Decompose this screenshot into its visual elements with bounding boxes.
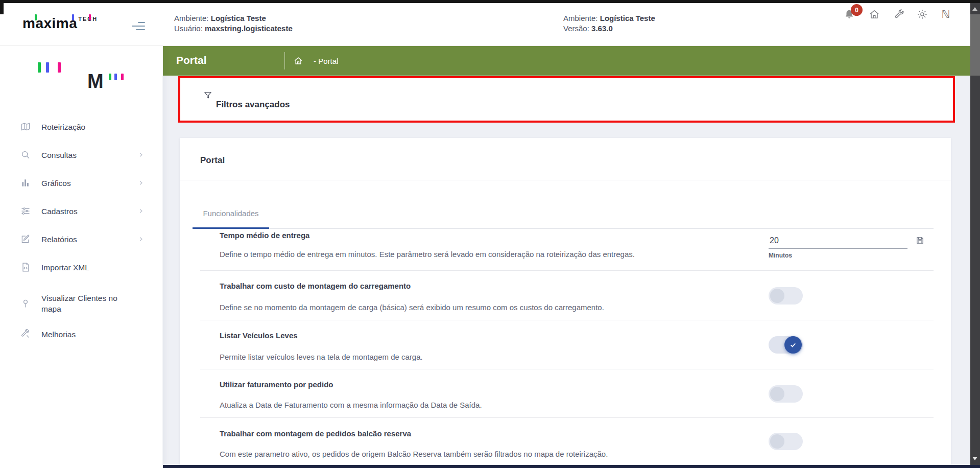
setting-description: Define o tempo médio de entrega em minut… bbox=[220, 250, 635, 259]
toggle-listar-veiculos[interactable] bbox=[769, 336, 803, 354]
advanced-filters-panel[interactable]: Filtros avançados bbox=[178, 76, 955, 123]
ambiente-label: Ambiente: bbox=[174, 14, 209, 22]
setting-description: Com este parametro ativo, os pedidos de … bbox=[220, 450, 608, 458]
tab-funcionalidades[interactable]: Funcionalidades bbox=[193, 199, 269, 229]
sidebar-logo-m: M bbox=[87, 73, 144, 92]
chevron-right-icon bbox=[138, 180, 144, 186]
check-icon bbox=[789, 341, 797, 349]
breadcrumb: - Portal bbox=[314, 57, 338, 65]
tools-icon bbox=[20, 329, 31, 339]
sidebar-item-relatorios[interactable]: Relatórios bbox=[0, 228, 163, 250]
ambiente-value: Logística Teste bbox=[211, 14, 266, 22]
save-icon[interactable] bbox=[916, 236, 924, 245]
ambiente-label: Ambiente: bbox=[563, 14, 598, 22]
logo-brand-text: maxima bbox=[22, 15, 77, 31]
scroll-down-arrow[interactable] bbox=[972, 457, 977, 460]
minutes-unit-label: Minutos bbox=[769, 252, 907, 259]
usuario-value: maxstring.logisticateste bbox=[205, 24, 293, 33]
browser-scrollbar[interactable] bbox=[970, 3, 980, 468]
window-top-border bbox=[0, 0, 980, 3]
map-pin-icon bbox=[20, 298, 31, 309]
setting-row-custo-montagem: Trabalhar com custo de montagem do carre… bbox=[180, 271, 951, 320]
sidebar-item-consultas[interactable]: Consultas bbox=[0, 144, 163, 166]
menu-toggle-icon[interactable] bbox=[132, 22, 146, 31]
versao-label: Versão: bbox=[563, 24, 589, 33]
search-icon bbox=[20, 150, 31, 160]
setting-description: Permite listar veículos leves na tela de… bbox=[220, 353, 423, 361]
sliders-icon bbox=[20, 206, 31, 216]
setting-title: Utilizar faturamento por pedido bbox=[220, 380, 333, 389]
file-code-icon bbox=[20, 262, 31, 272]
chevron-right-icon bbox=[138, 236, 144, 242]
toggle-faturamento-pedido[interactable] bbox=[769, 385, 803, 403]
toggle-knob bbox=[770, 387, 784, 401]
bar-chart-icon bbox=[20, 178, 31, 188]
window-bottom-border bbox=[163, 465, 980, 468]
setting-title: Listar Veículos Leves bbox=[220, 331, 298, 340]
notification-badge: 0 bbox=[851, 4, 863, 16]
logo-green-tick bbox=[35, 14, 37, 20]
edit-icon bbox=[20, 234, 31, 244]
tab-bar: Funcionalidades bbox=[193, 199, 934, 229]
ambiente-value: Logística Teste bbox=[600, 14, 655, 22]
sidebar: M Roteirização Consultas Gráficos Cadast… bbox=[0, 46, 163, 468]
logo-tech-text: TECH bbox=[78, 16, 98, 22]
sidebar-item-melhorias[interactable]: Melhorias bbox=[0, 323, 163, 345]
environment-info-left: Ambiente: Logística Teste Usuário: maxst… bbox=[174, 13, 293, 34]
setting-title: Trabalhar com montagem de pedidos balcão… bbox=[220, 429, 411, 438]
card-title: Portal bbox=[200, 155, 225, 166]
toggle-balcao-reserva[interactable] bbox=[769, 433, 803, 450]
toggle-custo-montagem[interactable] bbox=[769, 287, 803, 305]
setting-row-listar-veiculos: Listar Veículos Leves Permite listar veí… bbox=[180, 320, 951, 369]
sidebar-item-importar-xml[interactable]: Importar XML bbox=[0, 256, 163, 278]
toggle-knob bbox=[784, 336, 802, 354]
advanced-filters-label: Filtros avançados bbox=[216, 100, 290, 110]
sidebar-logo-bars bbox=[38, 62, 63, 73]
setting-description: Define se no momento da montagem de carg… bbox=[220, 303, 604, 312]
divider bbox=[180, 180, 951, 180]
usuario-label: Usuário: bbox=[174, 24, 203, 33]
sidebar-item-roteirizacao[interactable]: Roteirização bbox=[0, 115, 163, 138]
main-content: Portal - Portal Filtros avançados Portal… bbox=[163, 46, 970, 468]
sidebar-item-visualizar-clientes[interactable]: Visualizar Clientes no mapa bbox=[0, 284, 163, 323]
settings-list: Tempo médio de entrega Define o tempo mé… bbox=[180, 229, 951, 465]
n-symbol-icon[interactable]: ℕ bbox=[940, 9, 951, 20]
gear-icon[interactable] bbox=[917, 9, 928, 20]
setting-row-faturamento-pedido: Utilizar faturamento por pedido Atualiza… bbox=[180, 369, 951, 418]
setting-row-balcao-reserva: Trabalhar com montagem de pedidos balcão… bbox=[180, 418, 951, 465]
scroll-up-arrow[interactable] bbox=[972, 7, 977, 11]
window-corner-notch bbox=[0, 0, 4, 14]
portal-settings-card: Portal Funcionalidades Tempo médio de en… bbox=[180, 138, 951, 465]
chevron-right-icon bbox=[138, 208, 144, 214]
sidebar-item-graficos[interactable]: Gráficos bbox=[0, 172, 163, 194]
map-icon bbox=[20, 122, 31, 132]
logo-pink-tick bbox=[89, 14, 91, 20]
setting-title: Tempo médio de entrega bbox=[220, 231, 309, 240]
wrench-icon[interactable] bbox=[894, 9, 905, 20]
chevron-right-icon bbox=[138, 152, 144, 158]
divider bbox=[284, 52, 285, 69]
scrollbar-thumb[interactable] bbox=[970, 14, 980, 76]
toggle-knob bbox=[770, 434, 784, 449]
maximatech-logo: maximaTECH bbox=[22, 15, 119, 37]
setting-title: Trabalhar com custo de montagem do carre… bbox=[220, 282, 411, 290]
breadcrumb-home-icon[interactable] bbox=[294, 56, 303, 65]
page-title-bar: Portal - Portal bbox=[163, 46, 970, 76]
sidebar-item-cadastros[interactable]: Cadastros bbox=[0, 200, 163, 222]
minutes-input[interactable] bbox=[769, 236, 907, 249]
filter-icon bbox=[203, 90, 212, 100]
environment-info-right: Ambiente: Logística Teste Versão: 3.63.0 bbox=[563, 13, 655, 34]
page-title: Portal bbox=[176, 54, 207, 66]
app-header: maximaTECH Ambiente: Logística Teste Usu… bbox=[0, 3, 980, 46]
home-icon[interactable] bbox=[869, 9, 880, 20]
setting-description: Atualiza a Data de Faturamento com a mes… bbox=[220, 401, 482, 409]
logo-blue-tick bbox=[72, 14, 74, 20]
minutes-input-wrap: Minutos bbox=[769, 236, 907, 259]
versao-value: 3.63.0 bbox=[591, 24, 613, 33]
setting-row-tempo-medio: Tempo médio de entrega Define o tempo mé… bbox=[180, 229, 951, 271]
toggle-knob bbox=[770, 289, 784, 303]
